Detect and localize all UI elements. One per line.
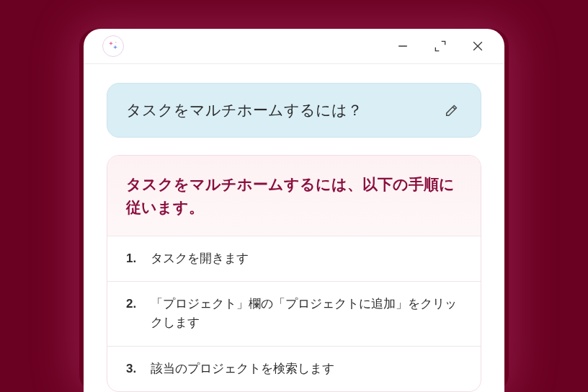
pencil-icon <box>444 102 460 118</box>
svg-point-0 <box>115 42 117 43</box>
titlebar <box>84 29 504 64</box>
list-item: 3. 該当のプロジェクトを検索します <box>107 347 481 391</box>
answer-header: タスクをマルチホームするには、以下の手順に従います。 <box>107 156 481 236</box>
step-number: 3. <box>126 360 141 378</box>
query-box[interactable]: タスクをマルチホームするには？ <box>107 83 481 137</box>
answer-card: タスクをマルチホームするには、以下の手順に従います。 1. タスクを開きます 2… <box>107 155 481 392</box>
step-text: タスクを開きます <box>151 249 249 268</box>
expand-button[interactable] <box>432 38 448 54</box>
content-area: タスクをマルチホームするには？ タスクをマルチホームするには、以下の手順に従いま… <box>84 64 504 392</box>
answer-heading: タスクをマルチホームするには、以下の手順に従います。 <box>126 173 462 220</box>
step-number: 1. <box>126 249 141 268</box>
assistant-panel: タスクをマルチホームするには？ タスクをマルチホームするには、以下の手順に従いま… <box>84 29 504 392</box>
sparkle-icon <box>107 40 120 53</box>
minimize-button[interactable] <box>395 38 411 54</box>
step-number: 2. <box>126 295 141 333</box>
close-button[interactable] <box>470 38 486 54</box>
edit-query-button[interactable] <box>442 100 462 120</box>
step-text: 「プロジェクト」欄の「プロジェクトに追加」をクリックします <box>151 295 462 333</box>
step-text: 該当のプロジェクトを検索します <box>151 360 334 378</box>
list-item: 1. タスクを開きます <box>107 236 481 282</box>
query-text: タスクをマルチホームするには？ <box>126 99 362 120</box>
svg-line-4 <box>453 107 455 109</box>
app-icon <box>102 35 124 57</box>
list-item: 2. 「プロジェクト」欄の「プロジェクトに追加」をクリックします <box>107 282 481 347</box>
window-controls <box>395 38 486 54</box>
steps-list: 1. タスクを開きます 2. 「プロジェクト」欄の「プロジェクトに追加」をクリッ… <box>107 236 481 391</box>
